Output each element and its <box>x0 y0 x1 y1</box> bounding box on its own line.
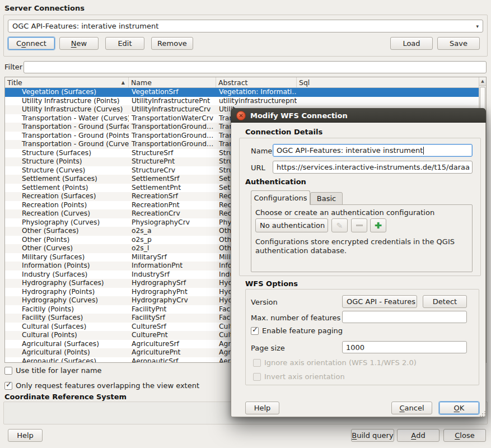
dialog-title: Modify WFS Connection <box>250 111 348 120</box>
connect-button[interactable]: Connect <box>8 37 55 50</box>
connection-details-header: Connection Details <box>245 128 322 136</box>
cell-sql <box>297 88 479 97</box>
crs-header: Coordinate Reference System <box>4 393 127 401</box>
cell-name: TransportationGround… <box>129 140 216 149</box>
remove-button[interactable]: Remove <box>151 37 193 50</box>
check-icon: ✓ <box>6 380 12 389</box>
close-button[interactable]: Close <box>443 429 486 442</box>
add-auth-button[interactable]: ✚ <box>370 218 386 232</box>
cell-name: RecreationSrf <box>129 192 216 201</box>
cell-title: Structure (Curves) <box>5 166 129 175</box>
cell-name: RecreationCrv <box>129 209 216 218</box>
cell-title: Physiography (Curves) <box>5 218 129 227</box>
scroll-up-icon[interactable]: ▲ <box>479 77 486 86</box>
cell-name: StructureSrf <box>129 149 216 158</box>
edit-auth-button[interactable]: ✎ <box>331 218 348 232</box>
cell-name: SettlementSrf <box>129 175 216 184</box>
remove-auth-button[interactable] <box>351 218 367 232</box>
cell-name: TransportationGround… <box>129 132 216 141</box>
table-row[interactable]: Vegetation (Surfaces)VegetationSrfVegeta… <box>5 88 479 97</box>
paging-label: Enable feature paging <box>262 326 343 335</box>
cell-title: Information (Points) <box>5 262 129 270</box>
minus-icon <box>356 225 363 226</box>
cell-name: AeronauticSrf <box>129 357 216 363</box>
cell-name: RecreationPnt <box>129 201 216 210</box>
detect-button[interactable]: Detect <box>423 295 467 308</box>
cell-title: Structure (Points) <box>5 157 129 166</box>
invert-axis-checkbox <box>253 373 261 381</box>
ignore-axis-label: Ignore axis orientation (WFS 1.1/WFS 2.0… <box>264 358 417 367</box>
chevron-down-icon: ▾ <box>325 223 328 228</box>
auth-config-select[interactable]: No authentication ▾ <box>255 218 328 232</box>
auth-note: Configurations store encrypted credentia… <box>255 237 466 255</box>
cell-title: Settlement (Points) <box>5 184 129 193</box>
cell-name: o2s_l <box>129 244 216 253</box>
version-value: OGC API - Features <box>347 297 415 306</box>
cell-name: TransportationGround… <box>129 123 216 132</box>
cell-name: PhysiographyCrv <box>129 218 216 227</box>
cell-title: Transportation - Water (Curves) <box>5 114 129 123</box>
column-header-name[interactable]: Name <box>129 77 216 87</box>
cell-title: Cultural (Points) <box>5 331 129 340</box>
new-button[interactable]: New <box>59 37 99 50</box>
page-size-input[interactable]: 1000 <box>342 341 467 353</box>
cell-name: CulturePnt <box>129 331 216 340</box>
build-query-button[interactable]: Build query <box>351 429 394 442</box>
tab-basic[interactable]: Basic <box>310 192 343 205</box>
column-header-abstract[interactable]: Abstract <box>216 77 297 87</box>
help-button[interactable]: Help <box>8 429 43 442</box>
filter-input[interactable] <box>24 61 487 73</box>
ok-button[interactable]: OK <box>439 402 479 414</box>
use-title-checkbox[interactable] <box>4 367 12 375</box>
cancel-button[interactable]: Cancel <box>391 402 432 414</box>
cell-title: Structure (Surfaces) <box>5 149 129 158</box>
name-input[interactable]: OGC API-Features: interative instrument <box>273 144 473 157</box>
close-icon[interactable]: ✕ <box>236 111 246 120</box>
url-value: https://services.interactive-instruments… <box>277 163 470 171</box>
cell-name: HydrographyCrv <box>129 296 216 305</box>
cell-sql <box>297 97 479 106</box>
overlap-checkbox[interactable]: ✓ <box>4 382 12 390</box>
use-title-label: Use title for layer name <box>16 366 102 375</box>
edit-button[interactable]: Edit <box>105 37 144 50</box>
load-button[interactable]: Load <box>390 37 433 50</box>
connection-select[interactable]: OGC API-Features: interative instrument … <box>8 20 483 32</box>
add-button[interactable]: Add <box>397 429 439 442</box>
dialog-help-button[interactable]: Help <box>245 402 279 414</box>
modify-wfs-dialog: ✕ Modify WFS Connection Connection Detai… <box>231 108 486 417</box>
pencil-icon: ✎ <box>336 221 343 230</box>
cell-title: Settlement (Surfaces) <box>5 175 129 184</box>
cell-name: HydrographySrf <box>129 279 216 288</box>
cell-title: Transportation - Ground (Surfac… <box>5 123 129 132</box>
cell-name: IndustrySrf <box>129 270 216 279</box>
invert-axis-label: Invert axis orientation <box>264 372 345 381</box>
cell-title: Industry (Surfaces) <box>5 270 129 279</box>
table-header: Title ▲ Name Abstract Sql <box>5 77 486 88</box>
cell-title: Facitily (Points) <box>5 305 129 314</box>
url-input[interactable]: https://services.interactive-instruments… <box>273 161 473 174</box>
cell-abstract: Vegetation: Informati… <box>216 88 297 97</box>
cell-name: o2s_a <box>129 227 216 236</box>
cell-title: Military (Surfaces) <box>5 253 129 262</box>
ignore-axis-checkbox <box>253 359 261 367</box>
resize-grip-icon[interactable] <box>482 413 483 414</box>
filter-label: Filter <box>4 63 22 71</box>
version-select[interactable]: OGC API - Features ▾ <box>342 295 417 308</box>
sort-ascending-icon: ▲ <box>121 80 126 85</box>
save-button[interactable]: Save <box>437 37 480 50</box>
column-header-sql[interactable]: Sql <box>297 77 486 87</box>
cell-name: InformationPnt <box>129 262 216 270</box>
cell-name: MilitarySrf <box>129 253 216 262</box>
cell-title: Transportation - Ground (Points) <box>5 132 129 141</box>
name-label: Name <box>251 147 272 155</box>
table-row[interactable]: Utility Infrastructure (Points)UtilityIn… <box>5 97 479 106</box>
auth-config-value: No authentication <box>260 221 325 230</box>
cell-name: AgricultureSrf <box>129 340 216 349</box>
max-features-input[interactable] <box>342 311 467 323</box>
paging-checkbox[interactable]: ✓ <box>251 327 259 335</box>
plus-icon: ✚ <box>375 221 382 231</box>
column-header-title[interactable]: Title ▲ <box>5 77 129 87</box>
cell-name: CultureSrf <box>129 323 216 332</box>
check-icon: ✓ <box>252 325 258 334</box>
tab-configurations[interactable]: Configurations <box>251 190 310 205</box>
